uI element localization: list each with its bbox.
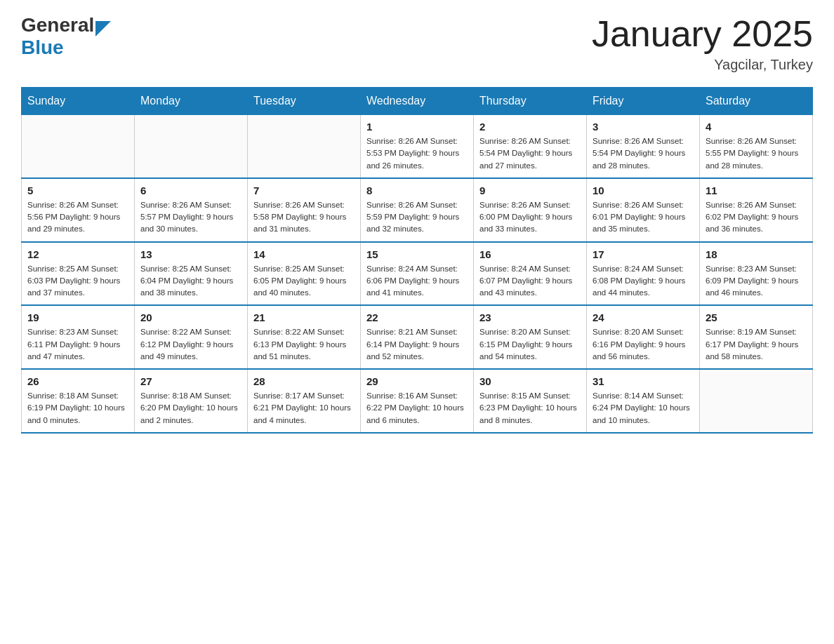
calendar-cell: 7Sunrise: 8:26 AM Sunset: 5:58 PM Daylig… [248, 178, 361, 242]
calendar-header-saturday: Saturday [700, 88, 813, 115]
calendar-cell: 31Sunrise: 8:14 AM Sunset: 6:24 PM Dayli… [587, 369, 700, 433]
day-number: 7 [253, 185, 355, 196]
day-info: Sunrise: 8:26 AM Sunset: 5:53 PM Dayligh… [366, 135, 468, 172]
day-number: 29 [366, 375, 468, 387]
calendar-table: SundayMondayTuesdayWednesdayThursdayFrid… [21, 87, 813, 434]
calendar-cell: 23Sunrise: 8:20 AM Sunset: 6:15 PM Dayli… [474, 305, 587, 369]
day-number: 1 [366, 121, 468, 133]
day-number: 24 [593, 311, 694, 323]
calendar-cell: 20Sunrise: 8:22 AM Sunset: 6:12 PM Dayli… [135, 305, 248, 369]
calendar-cell: 1Sunrise: 8:26 AM Sunset: 5:53 PM Daylig… [361, 115, 474, 178]
logo: General Blue [21, 14, 111, 59]
day-number: 22 [366, 311, 468, 323]
calendar-header-wednesday: Wednesday [361, 88, 474, 115]
day-info: Sunrise: 8:17 AM Sunset: 6:21 PM Dayligh… [253, 390, 355, 427]
day-number: 6 [140, 185, 241, 196]
day-number: 2 [479, 121, 581, 133]
calendar-cell: 28Sunrise: 8:17 AM Sunset: 6:21 PM Dayli… [248, 369, 361, 433]
day-number: 28 [253, 375, 355, 387]
day-info: Sunrise: 8:23 AM Sunset: 6:09 PM Dayligh… [706, 263, 807, 300]
calendar-week-row: 26Sunrise: 8:18 AM Sunset: 6:19 PM Dayli… [22, 369, 813, 433]
calendar-cell: 4Sunrise: 8:26 AM Sunset: 5:55 PM Daylig… [700, 115, 813, 178]
day-info: Sunrise: 8:15 AM Sunset: 6:23 PM Dayligh… [479, 390, 581, 427]
day-info: Sunrise: 8:24 AM Sunset: 6:08 PM Dayligh… [593, 263, 694, 300]
calendar-cell: 13Sunrise: 8:25 AM Sunset: 6:04 PM Dayli… [135, 242, 248, 306]
calendar-week-row: 12Sunrise: 8:25 AM Sunset: 6:03 PM Dayli… [22, 242, 813, 306]
day-number: 31 [593, 375, 694, 387]
calendar-cell: 17Sunrise: 8:24 AM Sunset: 6:08 PM Dayli… [587, 242, 700, 306]
calendar-cell: 16Sunrise: 8:24 AM Sunset: 6:07 PM Dayli… [474, 242, 587, 306]
day-number: 10 [593, 185, 694, 196]
calendar-header-monday: Monday [135, 88, 248, 115]
calendar-cell [248, 115, 361, 178]
calendar-cell: 3Sunrise: 8:26 AM Sunset: 5:54 PM Daylig… [587, 115, 700, 178]
calendar-cell [22, 115, 135, 178]
calendar-header-tuesday: Tuesday [248, 88, 361, 115]
calendar-cell: 27Sunrise: 8:18 AM Sunset: 6:20 PM Dayli… [135, 369, 248, 433]
logo-general-text: General [21, 14, 94, 36]
calendar-header-thursday: Thursday [474, 88, 587, 115]
day-number: 3 [593, 121, 694, 133]
day-number: 30 [479, 375, 581, 387]
day-number: 27 [140, 375, 241, 387]
page-header: General Blue January 2025 Yagcilar, Turk… [21, 14, 813, 73]
calendar-header-friday: Friday [587, 88, 700, 115]
calendar-header-row: SundayMondayTuesdayWednesdayThursdayFrid… [22, 88, 813, 115]
day-info: Sunrise: 8:24 AM Sunset: 6:06 PM Dayligh… [366, 263, 468, 300]
day-info: Sunrise: 8:24 AM Sunset: 6:07 PM Dayligh… [479, 263, 581, 300]
day-info: Sunrise: 8:26 AM Sunset: 5:55 PM Dayligh… [706, 135, 807, 172]
day-info: Sunrise: 8:14 AM Sunset: 6:24 PM Dayligh… [593, 390, 694, 427]
calendar-cell: 24Sunrise: 8:20 AM Sunset: 6:16 PM Dayli… [587, 305, 700, 369]
calendar-cell: 14Sunrise: 8:25 AM Sunset: 6:05 PM Dayli… [248, 242, 361, 306]
calendar-week-row: 1Sunrise: 8:26 AM Sunset: 5:53 PM Daylig… [22, 115, 813, 178]
calendar-cell [700, 369, 813, 433]
day-number: 17 [593, 248, 694, 260]
day-number: 14 [253, 248, 355, 260]
calendar-cell: 12Sunrise: 8:25 AM Sunset: 6:03 PM Dayli… [22, 242, 135, 306]
day-number: 23 [479, 311, 581, 323]
day-number: 12 [27, 248, 128, 260]
day-info: Sunrise: 8:26 AM Sunset: 5:58 PM Dayligh… [253, 199, 355, 236]
day-number: 25 [706, 311, 807, 323]
logo-arrow-icon [95, 21, 111, 36]
location-text: Yagcilar, Turkey [592, 57, 813, 73]
logo-blue-text: Blue [21, 36, 64, 58]
calendar-cell: 11Sunrise: 8:26 AM Sunset: 6:02 PM Dayli… [700, 178, 813, 242]
day-number: 4 [706, 121, 807, 133]
calendar-cell: 10Sunrise: 8:26 AM Sunset: 6:01 PM Dayli… [587, 178, 700, 242]
day-info: Sunrise: 8:20 AM Sunset: 6:15 PM Dayligh… [479, 326, 581, 363]
calendar-cell: 18Sunrise: 8:23 AM Sunset: 6:09 PM Dayli… [700, 242, 813, 306]
day-info: Sunrise: 8:26 AM Sunset: 5:57 PM Dayligh… [140, 199, 241, 236]
day-info: Sunrise: 8:25 AM Sunset: 6:04 PM Dayligh… [140, 263, 241, 300]
day-info: Sunrise: 8:16 AM Sunset: 6:22 PM Dayligh… [366, 390, 468, 427]
title-section: January 2025 Yagcilar, Turkey [592, 14, 813, 73]
calendar-cell [135, 115, 248, 178]
calendar-week-row: 5Sunrise: 8:26 AM Sunset: 5:56 PM Daylig… [22, 178, 813, 242]
day-info: Sunrise: 8:22 AM Sunset: 6:12 PM Dayligh… [140, 326, 241, 363]
day-info: Sunrise: 8:23 AM Sunset: 6:11 PM Dayligh… [27, 326, 128, 363]
day-info: Sunrise: 8:22 AM Sunset: 6:13 PM Dayligh… [253, 326, 355, 363]
day-number: 20 [140, 311, 241, 323]
calendar-cell: 8Sunrise: 8:26 AM Sunset: 5:59 PM Daylig… [361, 178, 474, 242]
day-info: Sunrise: 8:26 AM Sunset: 5:56 PM Dayligh… [27, 199, 128, 236]
day-info: Sunrise: 8:26 AM Sunset: 6:00 PM Dayligh… [479, 199, 581, 236]
day-info: Sunrise: 8:18 AM Sunset: 6:19 PM Dayligh… [27, 390, 128, 427]
day-number: 9 [479, 185, 581, 196]
calendar-cell: 6Sunrise: 8:26 AM Sunset: 5:57 PM Daylig… [135, 178, 248, 242]
calendar-cell: 29Sunrise: 8:16 AM Sunset: 6:22 PM Dayli… [361, 369, 474, 433]
calendar-header-sunday: Sunday [22, 88, 135, 115]
day-info: Sunrise: 8:25 AM Sunset: 6:05 PM Dayligh… [253, 263, 355, 300]
day-number: 11 [706, 185, 807, 196]
day-number: 15 [366, 248, 468, 260]
day-number: 19 [27, 311, 128, 323]
day-number: 8 [366, 185, 468, 196]
day-info: Sunrise: 8:26 AM Sunset: 5:54 PM Dayligh… [593, 135, 694, 172]
day-info: Sunrise: 8:21 AM Sunset: 6:14 PM Dayligh… [366, 326, 468, 363]
day-number: 18 [706, 248, 807, 260]
day-number: 16 [479, 248, 581, 260]
calendar-week-row: 19Sunrise: 8:23 AM Sunset: 6:11 PM Dayli… [22, 305, 813, 369]
calendar-cell: 25Sunrise: 8:19 AM Sunset: 6:17 PM Dayli… [700, 305, 813, 369]
calendar-cell: 2Sunrise: 8:26 AM Sunset: 5:54 PM Daylig… [474, 115, 587, 178]
month-title: January 2025 [592, 14, 813, 54]
calendar-cell: 26Sunrise: 8:18 AM Sunset: 6:19 PM Dayli… [22, 369, 135, 433]
